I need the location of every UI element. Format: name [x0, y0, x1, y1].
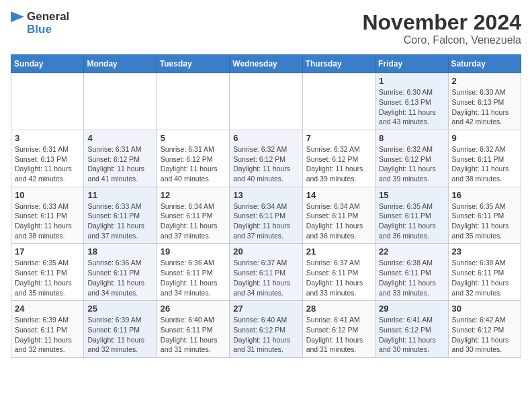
day-info: Sunrise: 6:37 AMSunset: 6:11 PMDaylight:…	[233, 258, 298, 298]
day-number: 15	[379, 190, 444, 200]
day-info: Sunrise: 6:31 AMSunset: 6:12 PMDaylight:…	[87, 144, 152, 184]
calendar-day-cell: 26Sunrise: 6:40 AMSunset: 6:11 PMDayligh…	[157, 301, 229, 358]
day-info: Sunrise: 6:41 AMSunset: 6:12 PMDaylight:…	[379, 315, 444, 355]
calendar-day-cell: 5Sunrise: 6:31 AMSunset: 6:12 PMDaylight…	[157, 130, 229, 187]
weekday-header: Sunday	[11, 55, 84, 73]
calendar-header-row: SundayMondayTuesdayWednesdayThursdayFrid…	[11, 55, 521, 73]
day-number: 23	[452, 246, 517, 257]
day-info: Sunrise: 6:41 AMSunset: 6:12 PMDaylight:…	[306, 315, 371, 355]
calendar-week-row: 3Sunrise: 6:31 AMSunset: 6:13 PMDaylight…	[11, 130, 521, 187]
calendar-week-row: 1Sunrise: 6:30 AMSunset: 6:13 PMDaylight…	[11, 73, 521, 130]
logo-flag-icon	[11, 11, 24, 36]
day-number: 16	[452, 190, 517, 200]
day-info: Sunrise: 6:38 AMSunset: 6:11 PMDaylight:…	[379, 258, 444, 298]
day-number: 12	[161, 190, 226, 200]
day-number: 29	[379, 304, 444, 314]
calendar-subtitle: Coro, Falcon, Venezuela	[362, 34, 521, 46]
day-info: Sunrise: 6:30 AMSunset: 6:13 PMDaylight:…	[452, 87, 517, 127]
day-number: 22	[379, 246, 444, 257]
day-info: Sunrise: 6:34 AMSunset: 6:11 PMDaylight:…	[161, 201, 226, 241]
day-number: 21	[306, 246, 371, 257]
calendar-day-cell: 30Sunrise: 6:42 AMSunset: 6:12 PMDayligh…	[448, 301, 521, 358]
logo-blue: Blue	[27, 24, 69, 36]
day-number: 17	[15, 246, 80, 257]
calendar-empty-cell	[302, 73, 375, 130]
calendar-day-cell: 19Sunrise: 6:36 AMSunset: 6:11 PMDayligh…	[157, 244, 229, 301]
day-info: Sunrise: 6:32 AMSunset: 6:12 PMDaylight:…	[379, 144, 444, 184]
day-info: Sunrise: 6:38 AMSunset: 6:11 PMDaylight:…	[452, 258, 517, 298]
day-number: 3	[15, 133, 80, 143]
calendar-day-cell: 15Sunrise: 6:35 AMSunset: 6:11 PMDayligh…	[375, 187, 448, 244]
calendar-day-cell: 1Sunrise: 6:30 AMSunset: 6:13 PMDaylight…	[375, 73, 448, 130]
day-number: 1	[379, 76, 444, 86]
weekday-header: Wednesday	[230, 55, 302, 73]
day-number: 9	[452, 133, 517, 143]
day-info: Sunrise: 6:30 AMSunset: 6:13 PMDaylight:…	[379, 87, 444, 127]
day-number: 11	[87, 190, 152, 200]
day-number: 7	[306, 133, 371, 143]
weekday-header: Tuesday	[157, 55, 229, 73]
day-info: Sunrise: 6:32 AMSunset: 6:12 PMDaylight:…	[233, 144, 298, 184]
calendar-day-cell: 7Sunrise: 6:32 AMSunset: 6:12 PMDaylight…	[302, 130, 375, 187]
page-header: GeneralBlue November 2024 Coro, Falcon, …	[11, 11, 521, 46]
calendar-day-cell: 13Sunrise: 6:34 AMSunset: 6:11 PMDayligh…	[230, 187, 302, 244]
calendar-day-cell: 29Sunrise: 6:41 AMSunset: 6:12 PMDayligh…	[375, 301, 448, 358]
day-number: 13	[233, 190, 298, 200]
calendar-day-cell: 27Sunrise: 6:40 AMSunset: 6:12 PMDayligh…	[230, 301, 302, 358]
weekday-header: Friday	[375, 55, 448, 73]
day-info: Sunrise: 6:31 AMSunset: 6:13 PMDaylight:…	[15, 144, 80, 184]
svg-marker-0	[11, 11, 24, 22]
day-number: 25	[87, 304, 152, 314]
calendar-day-cell: 22Sunrise: 6:38 AMSunset: 6:11 PMDayligh…	[375, 244, 448, 301]
calendar-day-cell: 11Sunrise: 6:33 AMSunset: 6:11 PMDayligh…	[84, 187, 157, 244]
calendar-day-cell: 28Sunrise: 6:41 AMSunset: 6:12 PMDayligh…	[302, 301, 375, 358]
calendar-empty-cell	[230, 73, 302, 130]
day-number: 20	[233, 246, 298, 257]
calendar-day-cell: 3Sunrise: 6:31 AMSunset: 6:13 PMDaylight…	[11, 130, 84, 187]
day-info: Sunrise: 6:35 AMSunset: 6:11 PMDaylight:…	[452, 201, 517, 241]
day-number: 18	[87, 246, 152, 257]
day-number: 6	[233, 133, 298, 143]
calendar-empty-cell	[84, 73, 157, 130]
day-number: 28	[306, 304, 371, 314]
day-number: 8	[379, 133, 444, 143]
day-info: Sunrise: 6:32 AMSunset: 6:12 PMDaylight:…	[306, 144, 371, 184]
day-info: Sunrise: 6:33 AMSunset: 6:11 PMDaylight:…	[87, 201, 152, 241]
day-number: 10	[15, 190, 80, 200]
calendar-day-cell: 20Sunrise: 6:37 AMSunset: 6:11 PMDayligh…	[230, 244, 302, 301]
day-info: Sunrise: 6:39 AMSunset: 6:11 PMDaylight:…	[87, 315, 152, 355]
day-info: Sunrise: 6:34 AMSunset: 6:11 PMDaylight:…	[233, 201, 298, 241]
calendar-week-row: 24Sunrise: 6:39 AMSunset: 6:11 PMDayligh…	[11, 301, 521, 358]
day-info: Sunrise: 6:35 AMSunset: 6:11 PMDaylight:…	[15, 258, 80, 298]
title-block: November 2024 Coro, Falcon, Venezuela	[362, 11, 521, 46]
calendar-day-cell: 21Sunrise: 6:37 AMSunset: 6:11 PMDayligh…	[302, 244, 375, 301]
weekday-header: Thursday	[302, 55, 375, 73]
calendar-day-cell: 24Sunrise: 6:39 AMSunset: 6:11 PMDayligh…	[11, 301, 84, 358]
day-info: Sunrise: 6:35 AMSunset: 6:11 PMDaylight:…	[379, 201, 444, 241]
calendar-day-cell: 25Sunrise: 6:39 AMSunset: 6:11 PMDayligh…	[84, 301, 157, 358]
day-number: 24	[15, 304, 80, 314]
day-number: 19	[161, 246, 226, 257]
day-info: Sunrise: 6:42 AMSunset: 6:12 PMDaylight:…	[452, 315, 517, 355]
day-number: 14	[306, 190, 371, 200]
calendar-day-cell: 6Sunrise: 6:32 AMSunset: 6:12 PMDaylight…	[230, 130, 302, 187]
day-info: Sunrise: 6:39 AMSunset: 6:11 PMDaylight:…	[15, 315, 80, 355]
calendar-week-row: 17Sunrise: 6:35 AMSunset: 6:11 PMDayligh…	[11, 244, 521, 301]
day-info: Sunrise: 6:34 AMSunset: 6:11 PMDaylight:…	[306, 201, 371, 241]
calendar-day-cell: 16Sunrise: 6:35 AMSunset: 6:11 PMDayligh…	[448, 187, 521, 244]
calendar-day-cell: 10Sunrise: 6:33 AMSunset: 6:11 PMDayligh…	[11, 187, 84, 244]
day-number: 27	[233, 304, 298, 314]
day-number: 4	[87, 133, 152, 143]
calendar-day-cell: 18Sunrise: 6:36 AMSunset: 6:11 PMDayligh…	[84, 244, 157, 301]
day-info: Sunrise: 6:31 AMSunset: 6:12 PMDaylight:…	[161, 144, 226, 184]
calendar-day-cell: 23Sunrise: 6:38 AMSunset: 6:11 PMDayligh…	[448, 244, 521, 301]
day-number: 30	[452, 304, 517, 314]
weekday-header: Monday	[84, 55, 157, 73]
logo-general: General	[27, 11, 69, 24]
calendar-table: SundayMondayTuesdayWednesdayThursdayFrid…	[11, 54, 521, 358]
calendar-day-cell: 8Sunrise: 6:32 AMSunset: 6:12 PMDaylight…	[375, 130, 448, 187]
day-number: 26	[161, 304, 226, 314]
logo: GeneralBlue	[11, 11, 69, 36]
day-info: Sunrise: 6:37 AMSunset: 6:11 PMDaylight:…	[306, 258, 371, 298]
calendar-day-cell: 14Sunrise: 6:34 AMSunset: 6:11 PMDayligh…	[302, 187, 375, 244]
